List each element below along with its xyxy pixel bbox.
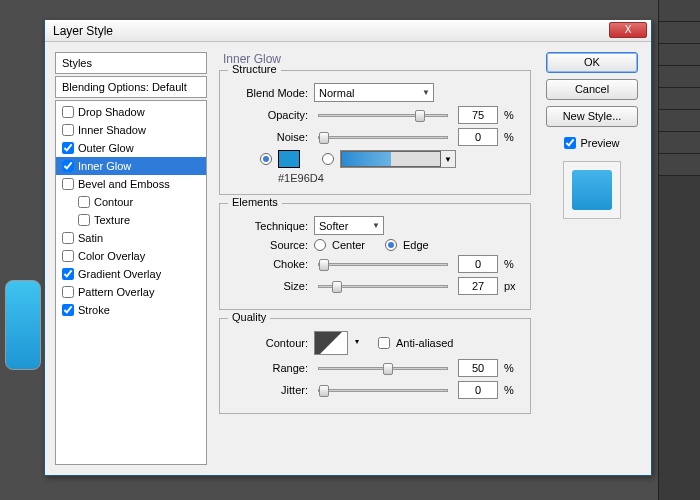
noise-input[interactable]: 0 (458, 128, 498, 146)
style-checkbox[interactable] (78, 214, 90, 226)
style-checkbox[interactable] (62, 106, 74, 118)
style-label: Color Overlay (78, 250, 145, 262)
styles-column: Styles Blending Options: Default Drop Sh… (55, 52, 207, 465)
style-item-inner-shadow[interactable]: Inner Shadow (56, 121, 206, 139)
technique-label: Technique: (230, 220, 308, 232)
size-label: Size: (230, 280, 308, 292)
source-center-label: Center (332, 239, 365, 251)
preview-box (563, 161, 621, 219)
elements-legend: Elements (228, 196, 282, 208)
close-button[interactable]: X (609, 22, 647, 38)
preview-checkbox[interactable] (564, 137, 576, 149)
source-center-radio[interactable] (314, 239, 326, 251)
style-item-outer-glow[interactable]: Outer Glow (56, 139, 206, 157)
glow-gradient-picker[interactable]: ▼ (340, 150, 456, 168)
style-checkbox[interactable] (62, 268, 74, 280)
style-checkbox[interactable] (62, 232, 74, 244)
blend-mode-dropdown[interactable]: Normal (314, 83, 434, 102)
source-label: Source: (230, 239, 308, 251)
quality-legend: Quality (228, 311, 270, 323)
contour-label: Contour: (230, 337, 308, 349)
titlebar[interactable]: Layer Style X (45, 20, 651, 42)
size-slider[interactable] (318, 285, 448, 288)
source-edge-label: Edge (403, 239, 429, 251)
jitter-input[interactable]: 0 (458, 381, 498, 399)
blend-mode-label: Blend Mode: (230, 87, 308, 99)
color-hex: #1E96D4 (278, 172, 520, 184)
range-label: Range: (230, 362, 308, 374)
action-column: OK Cancel New Style... Preview (543, 52, 641, 465)
settings-column: Inner Glow Structure Blend Mode: Normal … (215, 52, 535, 465)
size-unit: px (504, 280, 520, 292)
anti-aliased-checkbox[interactable] (378, 337, 390, 349)
app-right-panel (658, 0, 700, 500)
style-checkbox[interactable] (78, 196, 90, 208)
size-input[interactable]: 27 (458, 277, 498, 295)
jitter-slider[interactable] (318, 389, 448, 392)
style-label: Contour (94, 196, 133, 208)
choke-unit: % (504, 258, 520, 270)
style-checkbox[interactable] (62, 124, 74, 136)
style-label: Inner Glow (78, 160, 131, 172)
opacity-label: Opacity: (230, 109, 308, 121)
opacity-slider[interactable] (318, 114, 448, 117)
style-label: Bevel and Emboss (78, 178, 170, 190)
styles-header[interactable]: Styles (55, 52, 207, 74)
noise-slider[interactable] (318, 136, 448, 139)
style-label: Texture (94, 214, 130, 226)
preview-swatch (572, 170, 612, 210)
style-checkbox[interactable] (62, 250, 74, 262)
style-item-drop-shadow[interactable]: Drop Shadow (56, 103, 206, 121)
choke-label: Choke: (230, 258, 308, 270)
style-label: Satin (78, 232, 103, 244)
opacity-input[interactable]: 75 (458, 106, 498, 124)
style-checkbox[interactable] (62, 160, 74, 172)
glow-color-swatch[interactable] (278, 150, 300, 168)
jitter-unit: % (504, 384, 520, 396)
range-unit: % (504, 362, 520, 374)
style-item-texture[interactable]: Texture (56, 211, 206, 229)
blending-options[interactable]: Blending Options: Default (55, 76, 207, 98)
elements-group: Elements Technique: Softer Source: Cente… (219, 203, 531, 310)
layer-style-dialog: Layer Style X Styles Blending Options: D… (44, 20, 652, 476)
ok-button[interactable]: OK (546, 52, 638, 73)
choke-input[interactable]: 0 (458, 255, 498, 273)
choke-slider[interactable] (318, 263, 448, 266)
glow-gradient-radio[interactable] (322, 153, 334, 165)
style-item-gradient-overlay[interactable]: Gradient Overlay (56, 265, 206, 283)
style-checkbox[interactable] (62, 178, 74, 190)
style-checkbox[interactable] (62, 142, 74, 154)
style-checkbox[interactable] (62, 304, 74, 316)
technique-dropdown[interactable]: Softer (314, 216, 384, 235)
style-item-inner-glow[interactable]: Inner Glow (56, 157, 206, 175)
preview-label: Preview (580, 137, 619, 149)
source-edge-radio[interactable] (385, 239, 397, 251)
style-label: Stroke (78, 304, 110, 316)
cancel-button[interactable]: Cancel (546, 79, 638, 100)
style-label: Inner Shadow (78, 124, 146, 136)
dialog-title: Layer Style (53, 24, 113, 38)
style-item-satin[interactable]: Satin (56, 229, 206, 247)
style-checkbox[interactable] (62, 286, 74, 298)
style-item-pattern-overlay[interactable]: Pattern Overlay (56, 283, 206, 301)
range-input[interactable]: 50 (458, 359, 498, 377)
style-item-color-overlay[interactable]: Color Overlay (56, 247, 206, 265)
contour-picker[interactable] (314, 331, 348, 355)
structure-group: Structure Blend Mode: Normal Opacity: 75… (219, 70, 531, 195)
noise-label: Noise: (230, 131, 308, 143)
background-sample-shape (5, 280, 41, 370)
noise-unit: % (504, 131, 520, 143)
style-item-contour[interactable]: Contour (56, 193, 206, 211)
style-label: Drop Shadow (78, 106, 145, 118)
jitter-label: Jitter: (230, 384, 308, 396)
new-style-button[interactable]: New Style... (546, 106, 638, 127)
style-label: Pattern Overlay (78, 286, 154, 298)
opacity-unit: % (504, 109, 520, 121)
style-item-stroke[interactable]: Stroke (56, 301, 206, 319)
quality-group: Quality Contour: Anti-aliased Range: 50 … (219, 318, 531, 414)
range-slider[interactable] (318, 367, 448, 370)
style-item-bevel-and-emboss[interactable]: Bevel and Emboss (56, 175, 206, 193)
glow-color-radio[interactable] (260, 153, 272, 165)
chevron-down-icon: ▼ (441, 155, 455, 164)
structure-legend: Structure (228, 63, 281, 75)
